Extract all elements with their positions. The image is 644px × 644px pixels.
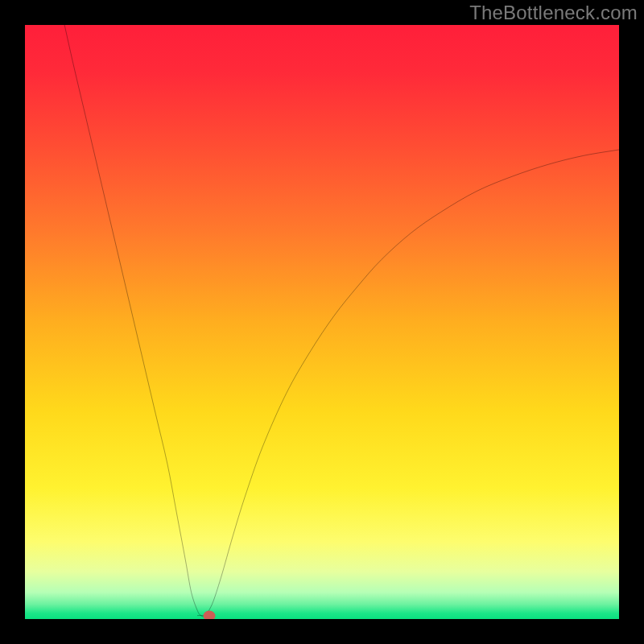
watermark-text: TheBottleneck.com bbox=[469, 2, 638, 24]
bottleneck-curve bbox=[60, 25, 619, 617]
chart-frame: TheBottleneck.com bbox=[0, 0, 644, 644]
minimum-marker bbox=[203, 610, 215, 619]
plot-area bbox=[25, 25, 619, 619]
curve-svg bbox=[25, 25, 619, 619]
